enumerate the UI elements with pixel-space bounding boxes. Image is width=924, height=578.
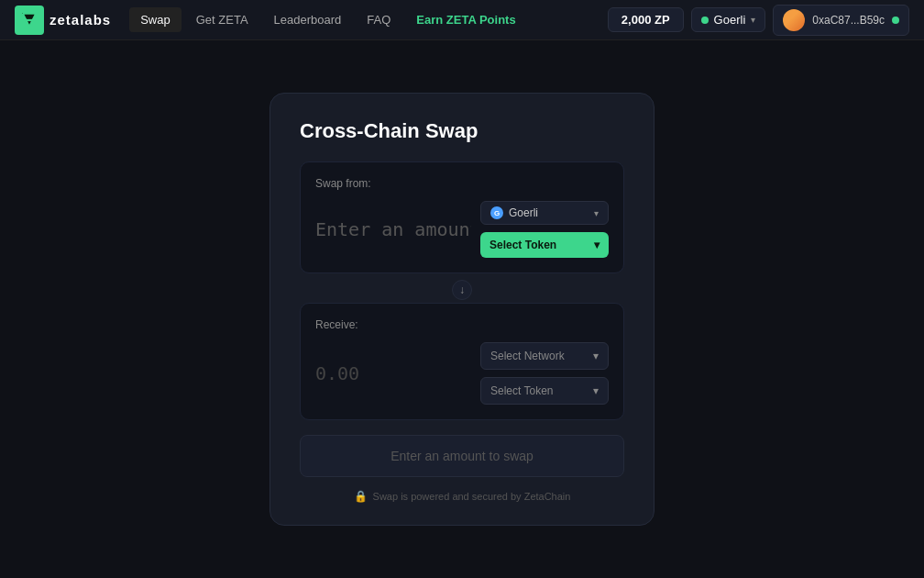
wallet-button[interactable]: 0xaC87...B59c	[773, 5, 909, 36]
network-name: Goerli	[714, 13, 746, 27]
from-token-chevron-icon: ▾	[594, 239, 600, 251]
swap-direction-arrow[interactable]: ↓	[300, 277, 624, 303]
from-selectors: G Goerli ▾ Select Token ▾	[480, 201, 609, 258]
from-token-select[interactable]: Select Token ▾	[480, 232, 609, 258]
from-row: G Goerli ▾ Select Token ▾	[315, 201, 609, 258]
logo: zetalabs	[15, 6, 111, 35]
from-network-name: Goerli	[509, 206, 538, 219]
wallet-status-dot	[892, 17, 899, 24]
wallet-address: 0xaC87...B59c	[812, 14, 885, 27]
receive-network-placeholder: Select Network	[490, 350, 565, 362]
receive-selectors: Select Network ▾ Select Token ▾	[480, 342, 609, 405]
navbar: zetalabs Swap Get ZETA Leaderboard FAQ E…	[0, 0, 924, 40]
from-token-label: Select Token	[490, 239, 556, 251]
receive-row: 0.00 Select Network ▾ Select Token ▾	[315, 342, 609, 405]
from-label: Swap from:	[315, 177, 609, 190]
receive-token-select[interactable]: Select Token ▾	[480, 377, 609, 405]
receive-network-select[interactable]: Select Network ▾	[480, 342, 609, 370]
receive-token-placeholder: Select Token	[490, 384, 554, 397]
nav-faq[interactable]: FAQ	[356, 7, 402, 32]
logo-text: zetalabs	[50, 12, 111, 28]
goerli-icon: G	[490, 206, 503, 219]
from-network-select[interactable]: G Goerli ▾	[480, 201, 609, 225]
receive-amount: 0.00	[315, 362, 471, 384]
nav-swap[interactable]: Swap	[129, 7, 182, 32]
swap-receive-section: Receive: 0.00 Select Network ▾ Select To…	[300, 303, 624, 420]
network-chevron-icon: ▾	[751, 15, 755, 25]
avatar	[783, 9, 805, 31]
nav-earn-zeta[interactable]: Earn ZETA Points	[405, 7, 526, 32]
swap-from-section: Swap from: G Goerli ▾ Select Token ▾	[300, 161, 624, 273]
nav-links: Swap Get ZETA Leaderboard FAQ Earn ZETA …	[129, 7, 608, 32]
swap-title: Cross-Chain Swap	[300, 119, 624, 143]
from-network-chevron-icon: ▾	[594, 208, 599, 218]
arrow-down-icon: ↓	[452, 280, 472, 300]
nav-get-zeta[interactable]: Get ZETA	[185, 7, 259, 32]
amount-input[interactable]	[315, 218, 471, 240]
main-content: Cross-Chain Swap Swap from: G Goerli ▾ S…	[0, 40, 924, 578]
network-selector[interactable]: Goerli ▾	[691, 7, 766, 32]
footer-text: Swap is powered and secured by ZetaChain	[373, 491, 571, 502]
receive-label: Receive:	[315, 318, 609, 331]
nav-leaderboard[interactable]: Leaderboard	[263, 7, 353, 32]
swap-footer: 🔒 Swap is powered and secured by ZetaCha…	[300, 490, 624, 503]
receive-network-chevron-icon: ▾	[593, 350, 599, 362]
lock-icon: 🔒	[354, 490, 368, 503]
zp-balance: 2,000 ZP	[608, 7, 684, 32]
swap-action-button[interactable]: Enter an amount to swap	[300, 435, 624, 477]
receive-token-chevron-icon: ▾	[593, 384, 599, 397]
network-status-dot	[701, 17, 709, 24]
nav-right: 2,000 ZP Goerli ▾ 0xaC87...B59c	[608, 5, 909, 36]
swap-card: Cross-Chain Swap Swap from: G Goerli ▾ S…	[270, 93, 654, 526]
logo-icon	[15, 6, 44, 35]
